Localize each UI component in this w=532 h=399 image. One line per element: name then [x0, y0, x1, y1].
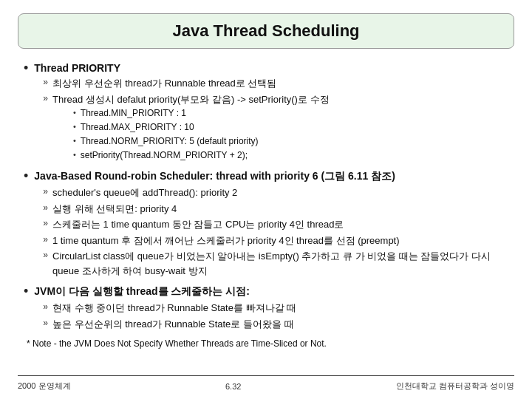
sub-bullet-2-5: » CircularList class에 queue가 비었는지 알아내는 i… [43, 249, 508, 278]
sub-3-1-text: 현재 수행 중이던 thread가 Runnable State를 빠져나갈 때 [52, 301, 296, 316]
thread-priority-label: Thread [34, 62, 72, 74]
note-line: * Note - the JVM Does Not Specify Whethe… [27, 338, 508, 349]
bullet-1: • Thread PRIORITY » 최상위 우선순위 thread가 Run… [24, 62, 508, 164]
sub-bullet-1-2: » Thread 생성시 defalut priority(부모와 같음) ->… [43, 92, 508, 163]
arrow-icon-5: » [43, 218, 48, 228]
subsub-4-text: setPriority(Thread.NORM_PRIORITY + 2); [81, 149, 248, 162]
bullet-3: • JVM이 다음 실행할 thread를 스케줄하는 시점: » 현재 수행 … [24, 285, 508, 332]
slide-container: Java Thread Scheduling • Thread PRIORITY… [0, 0, 532, 399]
arrow-icon-6: » [43, 234, 48, 245]
sub-1-2-block: Thread 생성시 defalut priority(부모와 같음) -> s… [52, 92, 330, 163]
sub-bullet-2-3: » 스케줄러는 1 time quantum 동안 잠들고 CPU는 prior… [43, 217, 508, 232]
arrow-icon-1: » [43, 77, 48, 87]
bullet-1-content: Thread PRIORITY » 최상위 우선순위 thread가 Runna… [34, 62, 508, 164]
dot-icon-2: • [73, 122, 76, 131]
sub-bullet-2-4: » 1 time quantum 후 잠에서 깨어난 스케줄러가 priorit… [43, 233, 508, 248]
sub-2-3-text: 스케줄러는 1 time quantum 동안 잠들고 CPU는 priorit… [52, 217, 344, 232]
arrow-icon-2: » [43, 93, 48, 103]
subsub-4: • setPriority(Thread.NORM_PRIORITY + 2); [73, 149, 330, 162]
arrow-icon-9: » [43, 318, 48, 328]
sub-bullet-3-1: » 현재 수행 중이던 thread가 Runnable State를 빠져나갈… [43, 301, 508, 316]
dot-icon-3: • [73, 136, 76, 145]
bullet-1-title: Thread PRIORITY [34, 62, 508, 74]
dot-icon-1: • [73, 108, 76, 117]
bullet-3-title: JVM이 다음 실행할 thread를 스케줄하는 시점: [34, 285, 508, 299]
bullet-dot-2: • [24, 168, 28, 184]
arrow-icon-4: » [43, 202, 48, 213]
subsub-2: • Thread.MAX_PRIORITY : 10 [73, 120, 330, 134]
dot-icon-4: • [73, 150, 76, 159]
subsub-1: • Thread.MIN_PRIORITY : 1 [73, 106, 330, 120]
sub-2-5-text: CircularList class에 queue가 비었는지 알아내는 isE… [52, 249, 508, 278]
title-box: Java Thread Scheduling [18, 13, 514, 49]
subsub-3: • Thread.NORM_PRIORITY: 5 (default prior… [73, 134, 330, 148]
arrow-icon-7: » [43, 250, 48, 260]
sub-2-1-text: scheduler's queue에 addThread(): priority… [52, 185, 237, 200]
sub-bullet-2-1: » scheduler's queue에 addThread(): priori… [43, 185, 508, 200]
arrow-icon-3: » [43, 186, 48, 197]
bullet-2-title: Java-Based Round-robin Scheduler: thread… [34, 170, 508, 183]
sub-2-2-text: 실행 위해 선택되면: priority 4 [52, 202, 177, 216]
sub-1-1-text: 최상위 우선순위 thread가 Runnable thread로 선택됨 [52, 76, 276, 91]
arrow-icon-8: » [43, 301, 48, 312]
subsub-3-text: Thread.NORM_PRIORITY: 5 (default priorit… [81, 134, 259, 148]
footer-center: 6.32 [225, 382, 241, 391]
bullet-dot-1: • [24, 61, 28, 76]
footer-right: 인천대학교 컴퓨터공학과 성이영 [396, 381, 514, 392]
subsub-1-text: Thread.MIN_PRIORITY : 1 [81, 106, 186, 120]
slide-title: Java Thread Scheduling [172, 21, 359, 40]
sub-3-2-text: 높은 우선순위의 thread가 Runnable State로 들어왔을 때 [52, 317, 294, 332]
sub-2-4-text: 1 time quantum 후 잠에서 깨어난 스케줄러가 priority … [52, 233, 400, 248]
content-area: • Thread PRIORITY » 최상위 우선순위 thread가 Run… [18, 62, 514, 371]
bullet-2: • Java-Based Round-robin Scheduler: thre… [24, 170, 508, 279]
subsub-2-text: Thread.MAX_PRIORITY : 10 [81, 120, 194, 134]
bullet-3-content: JVM이 다음 실행할 thread를 스케줄하는 시점: » 현재 수행 중이… [34, 285, 508, 332]
sub-bullet-3-2: » 높은 우선순위의 thread가 Runnable State로 들어왔을 … [43, 317, 508, 332]
thread-priority-bold: PRIORITY [72, 62, 120, 74]
sub-bullet-2-2: » 실행 위해 선택되면: priority 4 [43, 202, 508, 216]
footer-left: 2000 운영체계 [18, 381, 71, 392]
bullet-dot-3: • [24, 284, 28, 299]
bullet-2-content: Java-Based Round-robin Scheduler: thread… [34, 170, 508, 279]
sub-bullet-1-1: » 최상위 우선순위 thread가 Runnable thread로 선택됨 [43, 76, 508, 91]
footer: 2000 운영체계 6.32 인천대학교 컴퓨터공학과 성이영 [18, 375, 514, 392]
sub-1-2-text: Thread 생성시 defalut priority(부모와 같음) -> s… [52, 94, 330, 105]
